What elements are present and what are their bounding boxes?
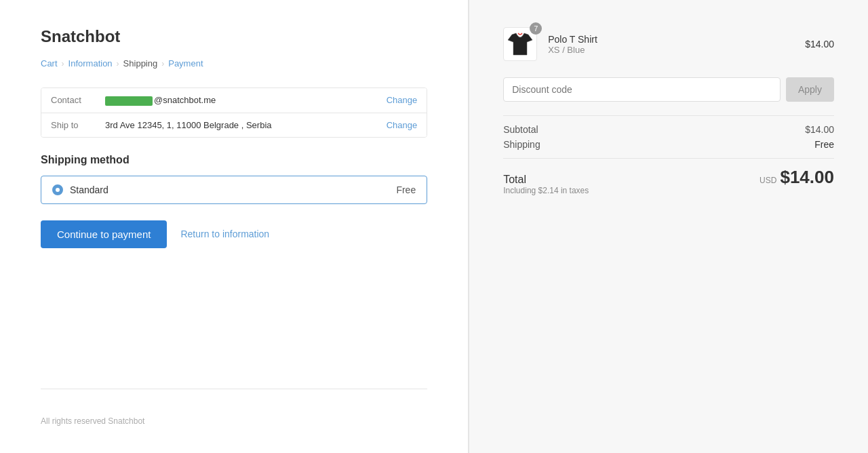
contact-label: Contact <box>51 95 105 105</box>
product-image-wrap: 7 <box>503 27 537 61</box>
breadcrumb-shipping: Shipping <box>123 58 158 68</box>
total-price-wrap: USD $14.00 <box>760 167 834 188</box>
subtotal-row: Subtotal $14.00 <box>503 124 834 135</box>
breadcrumb: Cart › Information › Shipping › Payment <box>41 58 427 68</box>
continue-payment-button[interactable]: Continue to payment <box>41 220 167 248</box>
breadcrumb-information[interactable]: Information <box>68 58 113 68</box>
total-row: Total Including $2.14 in taxes USD $14.0… <box>503 167 834 195</box>
product-badge: 7 <box>530 22 542 35</box>
discount-row: Apply <box>503 77 834 102</box>
sep-3: › <box>161 59 164 68</box>
email-blur <box>105 96 153 106</box>
shipping-option-box[interactable]: Standard Free <box>41 176 427 204</box>
ship-to-change-link[interactable]: Change <box>387 120 418 130</box>
divider-2 <box>503 158 834 159</box>
footer: All rights reserved Snatchbot <box>41 389 427 426</box>
total-price: $14.00 <box>780 167 834 188</box>
ship-to-label: Ship to <box>51 120 105 130</box>
sep-2: › <box>117 59 119 68</box>
contact-row: Contact @snatchbot.me Change <box>41 88 427 113</box>
total-label-group: Total Including $2.14 in taxes <box>503 174 589 195</box>
actions-row: Continue to payment Return to informatio… <box>41 220 427 248</box>
total-tax: Including $2.14 in taxes <box>503 186 589 195</box>
shipping-radio[interactable] <box>52 184 63 195</box>
shipping-summary-label: Shipping <box>503 139 540 150</box>
return-to-information-link[interactable]: Return to information <box>180 229 269 239</box>
ship-to-value: 3rd Ave 12345, 1, 11000 Belgrade , Serbi… <box>105 120 387 130</box>
total-label: Total <box>503 174 526 185</box>
shipping-method-title: Shipping method <box>41 154 427 166</box>
sep-1: › <box>62 59 64 68</box>
shipping-summary-value: Free <box>814 139 834 150</box>
store-title: Snatchbot <box>41 27 427 46</box>
shipping-option-price: Free <box>396 184 416 195</box>
ship-to-row: Ship to 3rd Ave 12345, 1, 11000 Belgrade… <box>41 113 427 137</box>
discount-input[interactable] <box>503 77 781 102</box>
product-info: Polo T Shirt XS / Blue <box>548 34 805 55</box>
breadcrumb-cart[interactable]: Cart <box>41 58 58 68</box>
product-row: 7 Polo T Shirt XS / Blue $14.00 <box>503 27 834 61</box>
contact-value: @snatchbot.me <box>105 95 387 106</box>
divider-1 <box>503 115 834 116</box>
subtotal-value: $14.00 <box>805 124 834 135</box>
email-suffix: @snatchbot.me <box>154 95 216 105</box>
subtotal-label: Subtotal <box>503 124 538 135</box>
shipping-summary-row: Shipping Free <box>503 139 834 150</box>
apply-discount-button[interactable]: Apply <box>786 77 834 102</box>
product-name: Polo T Shirt <box>548 34 805 45</box>
product-variant: XS / Blue <box>548 45 805 55</box>
right-panel: 7 Polo T Shirt XS / Blue $14.00 Apply Su… <box>469 0 868 453</box>
left-panel: Snatchbot Cart › Information › Shipping … <box>0 0 469 453</box>
shipping-option-label: Standard <box>70 184 396 195</box>
contact-info-box: Contact @snatchbot.me Change Ship to 3rd… <box>41 87 427 138</box>
contact-change-link[interactable]: Change <box>387 95 418 105</box>
tshirt-icon <box>507 32 534 56</box>
total-currency: USD <box>760 176 776 185</box>
product-price: $14.00 <box>805 39 834 50</box>
breadcrumb-payment[interactable]: Payment <box>168 58 203 68</box>
